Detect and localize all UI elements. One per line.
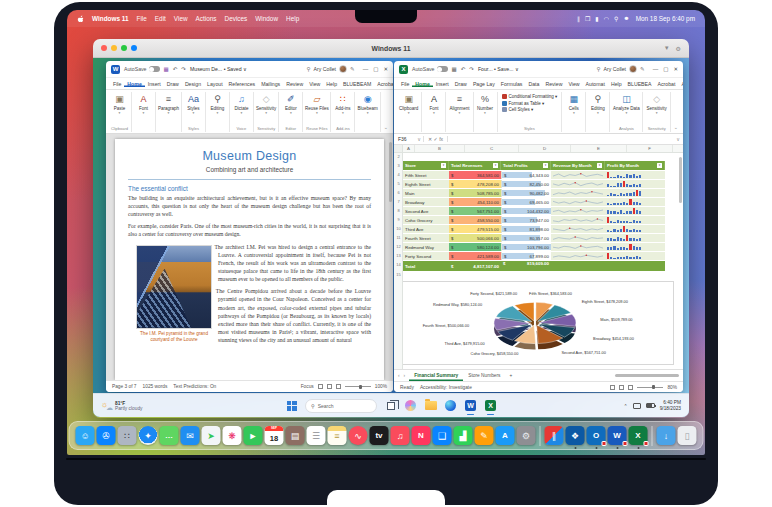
sheet-tab-store-numbers[interactable]: Store Numbers [463, 370, 505, 381]
excel-ribbon-clipboard[interactable]: ▣Clipboard▾ [396, 92, 422, 132]
excel-ribbon-editing[interactable]: ⚲Editing▾ [586, 92, 610, 132]
revenue-cell[interactable]: $478,208.00 [449, 180, 501, 188]
name-box[interactable]: F36∨ [394, 136, 424, 142]
dock-item-pages[interactable]: ✎ [475, 426, 494, 445]
profit-sparkbar-cell[interactable] [605, 216, 665, 224]
dock-item-photos[interactable]: ❋ [223, 426, 242, 445]
excel-ribbon-number[interactable]: %Number▾ [474, 92, 498, 132]
revenue-sparkline-cell[interactable] [551, 189, 605, 197]
store-name-cell[interactable]: Forty Second [403, 254, 449, 259]
dock-item-reminders[interactable]: ☰ [307, 426, 326, 445]
word-page[interactable]: Museum Design Combining art and architec… [115, 139, 384, 380]
menubar-item-edit[interactable]: Edit [155, 15, 166, 22]
autosave-toggle[interactable]: AutoSave [124, 66, 160, 72]
table-row[interactable]: Third Ave$479,515.00$81,898.00 [403, 225, 665, 234]
word-window[interactable]: W AutoSave ▦ ↶ ↷ Museum De... • Saved ∨ … [106, 61, 393, 392]
styles-menu-item[interactable]: Conditional Formatting ▾ [502, 94, 558, 99]
menubar-item-help[interactable]: Help [286, 15, 299, 22]
sheet-tab-financial-summary[interactable]: Financial Summary [409, 370, 463, 381]
table-row[interactable]: Second Ave$567,751.00$104,432.00 [403, 207, 665, 216]
user-icon[interactable]: ☻ [623, 15, 629, 22]
table-total-row[interactable]: Total$4,817,107.00$819,609.00 [403, 261, 665, 271]
close-button[interactable]: ✕ [673, 66, 678, 72]
word-ribbon-editing[interactable]: ⚲Editing▾ [206, 92, 230, 132]
revenue-cell[interactable]: $421,589.00 [449, 252, 501, 260]
dock-item-excel[interactable]: X [629, 426, 648, 445]
dock-item-mail[interactable]: ✉ [181, 426, 200, 445]
zoom-level[interactable]: 100% [375, 384, 387, 389]
copilot-button[interactable] [404, 399, 417, 412]
profit-sparkbar-cell[interactable] [605, 171, 665, 179]
profit-sparkbar-cell[interactable] [605, 252, 665, 260]
dock-item-system-settings[interactable]: ⚙ [517, 426, 536, 445]
windows-start-button[interactable] [285, 399, 298, 412]
row-header-5[interactable]: 5 [394, 181, 403, 186]
revenue-sparkline-cell[interactable] [551, 207, 605, 215]
profit-cell[interactable]: $73,947.00 [501, 216, 551, 224]
word-canvas[interactable]: Museum Design Combining art and architec… [106, 134, 393, 380]
table-row[interactable]: Broadway$454,110.00$69,465.00 [403, 198, 665, 207]
revenue-cell[interactable]: $479,515.00 [449, 225, 501, 233]
word-scrollbar[interactable] [389, 142, 392, 202]
battery-tray-icon[interactable] [646, 403, 655, 408]
dock-item-launchpad[interactable]: ∷ [118, 426, 137, 445]
profit-cell[interactable]: $80,357.00 [501, 234, 551, 242]
word-tab-draw[interactable]: Draw [164, 81, 182, 87]
store-name-cell[interactable]: Second Ave [403, 209, 449, 214]
toggle-off-icon[interactable] [149, 66, 160, 72]
excel-tab-bluebea[interactable]: BLUEBEA [625, 81, 655, 87]
row-header-10[interactable]: 10 [394, 226, 403, 231]
store-name-cell[interactable]: Fifth Street [403, 173, 449, 178]
menubar-clock[interactable]: Mon 18 Sep 6:40 pm [636, 15, 695, 22]
edge-button[interactable] [444, 399, 457, 412]
undo-icon[interactable]: ↶ [173, 66, 178, 72]
excel-tab-home[interactable]: Home [412, 81, 432, 87]
print-layout-icon[interactable] [327, 384, 332, 389]
row-header-12[interactable]: 12 [394, 244, 403, 249]
minimize-button[interactable]: — [653, 66, 659, 72]
filter-icon[interactable]: ▾ [657, 163, 662, 168]
table-header-store[interactable]: Store▾ [403, 161, 449, 170]
excel-ribbon-font[interactable]: AFont▾ [422, 92, 446, 132]
store-name-cell[interactable]: Redmond Way [403, 245, 449, 250]
web-layout-icon[interactable] [336, 384, 341, 389]
pencil-icon[interactable]: ✎ [350, 66, 355, 72]
table-row[interactable]: Fifth Street$364,581.00$64,343.00 [403, 171, 665, 180]
row-header-8[interactable]: 8 [394, 208, 403, 213]
filter-icon[interactable]: ▾ [493, 163, 498, 168]
excel-tab-help[interactable]: Help [608, 81, 625, 87]
word-ribbon-reuse-files[interactable]: ▱Reuse Files▾Reuse Files [303, 92, 331, 132]
profit-sparkbar-cell[interactable] [605, 243, 665, 251]
column-header-E[interactable]: E [571, 145, 627, 152]
profit-sparkbar-cell[interactable] [605, 234, 665, 242]
store-name-cell[interactable]: Third Ave [403, 227, 449, 232]
styles-menu-item[interactable]: Format as Table ▾ [502, 101, 558, 106]
read-mode-icon[interactable] [318, 384, 323, 389]
profit-cell[interactable]: $104,432.00 [501, 207, 551, 215]
excel-tab-analytic[interactable]: Analytic [678, 81, 683, 87]
dock-item-notes[interactable]: ≡ [328, 426, 347, 445]
revenue-sparkline-cell[interactable] [551, 243, 605, 251]
collapse-ribbon-icon[interactable]: ⌄ [671, 124, 681, 132]
search-icon[interactable]: ⚲ [597, 66, 601, 72]
normal-view-icon[interactable] [610, 385, 615, 390]
dock-item-outlook[interactable]: O [587, 426, 606, 445]
dock-item-contacts[interactable]: ▤ [286, 426, 305, 445]
table-row[interactable]: Main$508,785.00$90,482.00 [403, 189, 665, 198]
filter-icon[interactable]: ▾ [543, 163, 548, 168]
row-header-9[interactable]: 9 [394, 217, 403, 222]
word-document-title[interactable]: Museum De... • Saved ∨ [190, 66, 247, 72]
dock-item-word[interactable]: W [608, 426, 627, 445]
profit-cell[interactable]: $64,343.00 [501, 171, 551, 179]
revenue-cell[interactable]: $458,550.00 [449, 216, 501, 224]
row-header-13[interactable]: 13 [394, 253, 403, 258]
add-sheet-button[interactable]: + [509, 373, 512, 378]
revenue-cell[interactable]: $580,124.00 [449, 243, 501, 251]
page-layout-icon[interactable] [619, 385, 624, 390]
excel-tab-file[interactable]: File [398, 81, 412, 87]
focus-button[interactable]: Focus [301, 384, 314, 389]
display-tray-icon[interactable] [633, 403, 641, 409]
dock-item-app-store[interactable]: A [496, 426, 515, 445]
excel-ribbon-alignment[interactable]: ≡Alignment▾ [446, 92, 473, 132]
text-predictions[interactable]: Text Predictions: On [173, 384, 216, 389]
